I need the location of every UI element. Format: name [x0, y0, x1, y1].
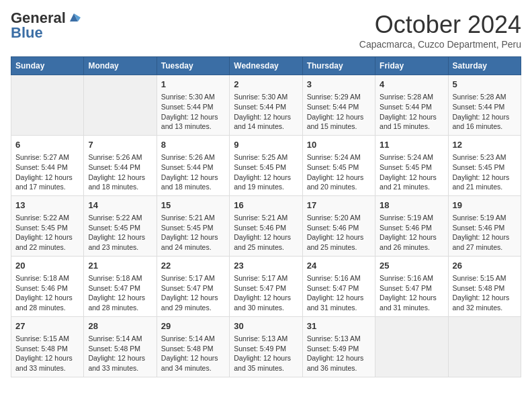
day-number: 10 [307, 139, 371, 151]
day-info: Sunrise: 5:17 AMSunset: 5:47 PMDaylight:… [234, 273, 298, 313]
calendar-cell: 27Sunrise: 5:15 AMSunset: 5:48 PMDayligh… [11, 316, 84, 377]
day-info: Sunrise: 5:14 AMSunset: 5:48 PMDaylight:… [88, 334, 152, 373]
calendar-cell: 30Sunrise: 5:13 AMSunset: 5:49 PMDayligh… [230, 316, 302, 377]
day-info: Sunrise: 5:19 AMSunset: 5:46 PMDaylight:… [380, 213, 443, 253]
calendar-cell: 31Sunrise: 5:13 AMSunset: 5:49 PMDayligh… [302, 316, 375, 377]
day-number: 11 [380, 139, 443, 151]
calendar-cell: 6Sunrise: 5:27 AMSunset: 5:44 PMDaylight… [11, 135, 84, 195]
day-number: 21 [88, 260, 152, 272]
day-number: 24 [307, 260, 371, 272]
day-number: 30 [234, 320, 298, 332]
day-info: Sunrise: 5:28 AMSunset: 5:44 PMDaylight:… [380, 92, 443, 132]
calendar-cell: 11Sunrise: 5:24 AMSunset: 5:45 PMDayligh… [375, 135, 448, 195]
week-row-3: 20Sunrise: 5:18 AMSunset: 5:46 PMDayligh… [11, 256, 521, 316]
day-number: 18 [380, 199, 443, 212]
day-info: Sunrise: 5:21 AMSunset: 5:45 PMDaylight:… [161, 213, 225, 253]
header-day-tuesday: Tuesday [157, 57, 229, 75]
day-number: 16 [234, 199, 298, 212]
day-info: Sunrise: 5:13 AMSunset: 5:49 PMDaylight:… [234, 334, 298, 373]
calendar-cell: 17Sunrise: 5:20 AMSunset: 5:46 PMDayligh… [302, 195, 375, 256]
day-number: 25 [380, 260, 443, 272]
calendar-cell: 19Sunrise: 5:19 AMSunset: 5:46 PMDayligh… [448, 195, 521, 256]
day-info: Sunrise: 5:29 AMSunset: 5:44 PMDaylight:… [307, 92, 371, 132]
day-number: 29 [161, 320, 225, 332]
week-row-2: 13Sunrise: 5:22 AMSunset: 5:45 PMDayligh… [11, 195, 521, 256]
day-number: 28 [88, 320, 152, 332]
calendar-cell: 14Sunrise: 5:22 AMSunset: 5:45 PMDayligh… [84, 195, 157, 256]
header-day-sunday: Sunday [11, 57, 84, 75]
calendar-cell: 16Sunrise: 5:21 AMSunset: 5:46 PMDayligh… [230, 195, 302, 256]
day-info: Sunrise: 5:15 AMSunset: 5:48 PMDaylight:… [15, 334, 79, 373]
calendar-cell [448, 316, 521, 377]
day-number: 14 [88, 199, 152, 212]
day-number: 13 [15, 199, 79, 212]
day-number: 12 [453, 139, 517, 151]
calendar-cell: 24Sunrise: 5:16 AMSunset: 5:47 PMDayligh… [302, 256, 375, 316]
header-day-thursday: Thursday [302, 57, 375, 75]
calendar-cell: 2Sunrise: 5:30 AMSunset: 5:44 PMDaylight… [230, 75, 302, 136]
calendar-cell: 3Sunrise: 5:29 AMSunset: 5:44 PMDaylight… [302, 75, 375, 136]
calendar-cell: 21Sunrise: 5:18 AMSunset: 5:47 PMDayligh… [84, 256, 157, 316]
calendar-cell: 25Sunrise: 5:16 AMSunset: 5:47 PMDayligh… [375, 256, 448, 316]
day-info: Sunrise: 5:17 AMSunset: 5:47 PMDaylight:… [161, 273, 225, 313]
calendar-cell: 4Sunrise: 5:28 AMSunset: 5:44 PMDaylight… [375, 75, 448, 136]
logo-blue-text: Blue [11, 26, 43, 40]
day-number: 1 [161, 79, 225, 91]
calendar-cell: 12Sunrise: 5:23 AMSunset: 5:45 PMDayligh… [448, 135, 521, 195]
day-info: Sunrise: 5:26 AMSunset: 5:44 PMDaylight:… [161, 152, 225, 192]
day-info: Sunrise: 5:20 AMSunset: 5:46 PMDaylight:… [307, 213, 371, 253]
day-info: Sunrise: 5:14 AMSunset: 5:48 PMDaylight:… [161, 334, 225, 373]
day-info: Sunrise: 5:16 AMSunset: 5:47 PMDaylight:… [307, 273, 371, 313]
day-info: Sunrise: 5:18 AMSunset: 5:47 PMDaylight:… [88, 273, 152, 313]
calendar-cell [84, 75, 157, 136]
day-number: 3 [307, 79, 371, 91]
day-info: Sunrise: 5:24 AMSunset: 5:45 PMDaylight:… [307, 152, 371, 192]
header-day-wednesday: Wednesday [230, 57, 302, 75]
day-info: Sunrise: 5:19 AMSunset: 5:46 PMDaylight:… [453, 213, 517, 253]
day-info: Sunrise: 5:22 AMSunset: 5:45 PMDaylight:… [88, 213, 152, 253]
day-info: Sunrise: 5:18 AMSunset: 5:46 PMDaylight:… [15, 273, 79, 313]
header-row: SundayMondayTuesdayWednesdayThursdayFrid… [11, 57, 521, 75]
calendar-cell: 1Sunrise: 5:30 AMSunset: 5:44 PMDaylight… [157, 75, 229, 136]
day-info: Sunrise: 5:13 AMSunset: 5:49 PMDaylight:… [307, 334, 371, 373]
day-info: Sunrise: 5:23 AMSunset: 5:45 PMDaylight:… [453, 152, 517, 192]
day-number: 9 [234, 139, 298, 151]
title-block: October 2024 Capacmarca, Cuzco Departmen… [359, 11, 521, 50]
calendar-cell: 26Sunrise: 5:15 AMSunset: 5:48 PMDayligh… [448, 256, 521, 316]
location-subtitle: Capacmarca, Cuzco Department, Peru [359, 39, 521, 50]
calendar-cell [375, 316, 448, 377]
logo-general-text: General [11, 11, 66, 26]
day-number: 4 [380, 79, 443, 91]
week-row-1: 6Sunrise: 5:27 AMSunset: 5:44 PMDaylight… [11, 135, 521, 195]
header-day-monday: Monday [84, 57, 157, 75]
day-info: Sunrise: 5:27 AMSunset: 5:44 PMDaylight:… [15, 152, 79, 192]
calendar-cell: 28Sunrise: 5:14 AMSunset: 5:48 PMDayligh… [84, 316, 157, 377]
day-info: Sunrise: 5:30 AMSunset: 5:44 PMDaylight:… [161, 92, 225, 132]
header-day-saturday: Saturday [448, 57, 521, 75]
logo: General Blue [11, 11, 81, 40]
week-row-0: 1Sunrise: 5:30 AMSunset: 5:44 PMDaylight… [11, 75, 521, 136]
calendar-header: SundayMondayTuesdayWednesdayThursdayFrid… [11, 57, 521, 75]
day-number: 31 [307, 320, 371, 332]
day-info: Sunrise: 5:22 AMSunset: 5:45 PMDaylight:… [15, 213, 79, 253]
day-number: 6 [15, 139, 79, 151]
calendar-cell: 8Sunrise: 5:26 AMSunset: 5:44 PMDaylight… [157, 135, 229, 195]
month-title: October 2024 [359, 11, 521, 39]
day-info: Sunrise: 5:30 AMSunset: 5:44 PMDaylight:… [234, 92, 298, 132]
calendar-table: SundayMondayTuesdayWednesdayThursdayFrid… [11, 56, 521, 377]
calendar-cell: 13Sunrise: 5:22 AMSunset: 5:45 PMDayligh… [11, 195, 84, 256]
day-number: 17 [307, 199, 371, 212]
calendar-cell: 5Sunrise: 5:28 AMSunset: 5:44 PMDaylight… [448, 75, 521, 136]
logo-icon [67, 11, 81, 24]
day-info: Sunrise: 5:15 AMSunset: 5:48 PMDaylight:… [453, 273, 517, 313]
day-number: 22 [161, 260, 225, 272]
header-day-friday: Friday [375, 57, 448, 75]
page-header: General Blue October 2024 Capacmarca, Cu… [11, 11, 521, 50]
day-number: 5 [453, 79, 517, 91]
day-number: 19 [453, 199, 517, 212]
day-number: 26 [453, 260, 517, 272]
day-info: Sunrise: 5:25 AMSunset: 5:45 PMDaylight:… [234, 152, 298, 192]
calendar-cell: 15Sunrise: 5:21 AMSunset: 5:45 PMDayligh… [157, 195, 229, 256]
day-number: 20 [15, 260, 79, 272]
calendar-cell: 9Sunrise: 5:25 AMSunset: 5:45 PMDaylight… [230, 135, 302, 195]
